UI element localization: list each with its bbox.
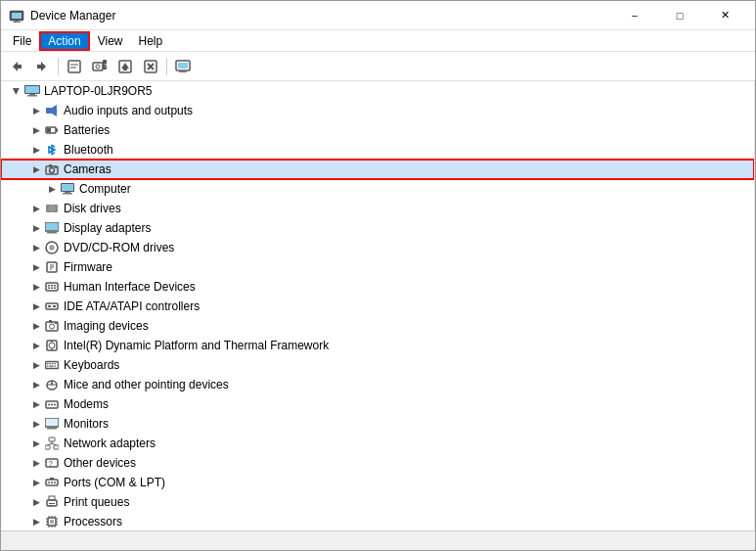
close-button[interactable]: ✕ — [702, 1, 747, 30]
svg-point-91 — [48, 404, 50, 406]
tree-item-mice[interactable]: ▶ Mice and other pointing devices — [1, 375, 754, 394]
computer-sub-icon — [60, 181, 75, 197]
svg-rect-26 — [25, 86, 39, 93]
ports-icon — [44, 475, 60, 490]
title-bar-left: Device Manager — [9, 8, 115, 23]
menu-view[interactable]: View — [90, 32, 131, 50]
svg-point-71 — [50, 324, 55, 329]
properties-button[interactable] — [63, 56, 86, 77]
app-icon — [9, 8, 24, 23]
tree-item-intel[interactable]: ▶ Intel(R) Dynamic Platform and Thermal … — [1, 336, 754, 355]
monitors-icon — [44, 416, 60, 432]
ports-expand-arrow: ▶ — [28, 473, 44, 492]
maximize-button[interactable]: □ — [657, 1, 702, 30]
svg-rect-8 — [68, 61, 80, 72]
tree-item-cameras[interactable]: ▶ Cameras — [1, 160, 754, 179]
svg-rect-32 — [56, 129, 58, 132]
tree-item-keyboards[interactable]: ▶ Keyboards — [1, 355, 754, 375]
svg-rect-100 — [54, 445, 59, 449]
hid-label: Human Interface Devices — [64, 280, 196, 294]
tree-item-network[interactable]: ▶ Network adapters — [1, 434, 754, 453]
menu-help[interactable]: Help — [131, 32, 171, 50]
svg-rect-79 — [47, 363, 49, 364]
svg-rect-29 — [46, 108, 52, 114]
svg-point-39 — [50, 168, 55, 173]
svg-rect-83 — [47, 366, 49, 367]
cameras-expand-arrow: ▶ — [28, 160, 44, 179]
scan-button[interactable]: ? — [88, 56, 111, 77]
batteries-expand-arrow: ▶ — [28, 120, 44, 140]
audio-label: Audio inputs and outputs — [64, 104, 193, 117]
svg-rect-80 — [50, 363, 52, 364]
svg-rect-1 — [12, 13, 22, 19]
tree-root[interactable]: ▶ LAPTOP-0LJR9OR5 — [1, 81, 754, 101]
svg-rect-45 — [63, 193, 72, 195]
modems-icon — [44, 396, 60, 412]
tree-item-monitors[interactable]: ▶ Monitors — [1, 414, 754, 434]
minimize-button[interactable]: − — [612, 1, 657, 30]
svg-rect-51 — [49, 231, 55, 232]
other-expand-arrow: ▶ — [28, 453, 44, 473]
menu-action[interactable]: Action — [39, 31, 89, 51]
svg-rect-113 — [49, 503, 55, 504]
mice-label: Mice and other pointing devices — [64, 378, 229, 391]
disk-expand-arrow: ▶ — [28, 199, 44, 218]
tree-item-disk[interactable]: ▶ Disk drives — [1, 199, 754, 218]
processors-icon — [44, 514, 60, 529]
svg-rect-68 — [48, 305, 51, 307]
svg-marker-30 — [52, 105, 57, 116]
print-expand-arrow: ▶ — [28, 492, 44, 512]
svg-rect-44 — [65, 192, 70, 193]
tree-item-processors[interactable]: ▶ — [1, 512, 754, 530]
svg-rect-66 — [54, 288, 56, 290]
tree-item-hid[interactable]: ▶ Human Interface Devices — [1, 277, 754, 297]
disk-icon — [44, 201, 60, 216]
audio-icon — [44, 103, 60, 118]
disk-label: Disk drives — [64, 202, 121, 215]
svg-rect-73 — [55, 323, 57, 325]
tree-item-ports[interactable]: ▶ Ports (COM & LPT) — [1, 473, 754, 492]
update-button[interactable] — [113, 56, 137, 77]
back-button[interactable] — [5, 56, 28, 77]
menu-file[interactable]: File — [5, 32, 39, 50]
print-icon — [44, 494, 60, 510]
tree-item-batteries[interactable]: ▶ Batteries — [1, 120, 754, 140]
dvd-icon — [44, 240, 60, 255]
svg-rect-27 — [29, 94, 35, 95]
dvd-expand-arrow: ▶ — [28, 238, 44, 257]
svg-rect-5 — [18, 65, 22, 69]
ports-label: Ports (COM & LPT) — [64, 476, 165, 489]
tree-item-ide[interactable]: ▶ IDE ATA/ATAPI controllers — [1, 297, 754, 316]
modems-expand-arrow: ▶ — [28, 394, 44, 414]
tree-item-computer[interactable]: ▶ Computer — [1, 179, 754, 199]
tree-item-print[interactable]: ▶ Print queues — [1, 492, 754, 512]
print-label: Print queues — [64, 495, 129, 509]
batteries-icon — [44, 122, 60, 138]
tree-item-imaging[interactable]: ▶ Imaging devices — [1, 316, 754, 336]
svg-point-55 — [51, 247, 53, 249]
tree-panel[interactable]: ▶ LAPTOP-0LJR9OR5 ▶ — [1, 81, 755, 530]
uninstall-button[interactable] — [139, 56, 162, 77]
dvd-label: DVD/CD-ROM drives — [64, 241, 174, 254]
tree-item-bluetooth[interactable]: ▶ Bluetooth — [1, 140, 754, 160]
svg-text:?: ? — [49, 459, 54, 468]
forward-button[interactable] — [30, 56, 54, 77]
modems-label: Modems — [64, 397, 109, 411]
ide-icon — [44, 298, 60, 314]
svg-rect-65 — [51, 288, 53, 290]
svg-rect-40 — [49, 164, 52, 166]
tree-item-dvd[interactable]: ▶ DVD/CD-ROM drives — [1, 238, 754, 257]
uninstall-icon — [143, 59, 158, 74]
title-bar-controls: − □ ✕ — [612, 1, 747, 30]
other-icon: ? — [44, 455, 60, 471]
processors-label: Processors — [64, 515, 122, 528]
tree-item-firmware[interactable]: ▶ Firmware — [1, 257, 754, 277]
mice-expand-arrow: ▶ — [28, 375, 44, 394]
tree-item-other[interactable]: ▶ ? Other devices — [1, 453, 754, 473]
tree-item-modems[interactable]: ▶ Modems — [1, 394, 754, 414]
tree-item-audio[interactable]: ▶ Audio inputs and outputs — [1, 101, 754, 120]
monitor-icon — [175, 59, 191, 74]
tree-item-display[interactable]: ▶ Display adapters — [1, 218, 754, 238]
monitor-button[interactable] — [171, 56, 195, 77]
toolbar: ? — [1, 52, 755, 81]
